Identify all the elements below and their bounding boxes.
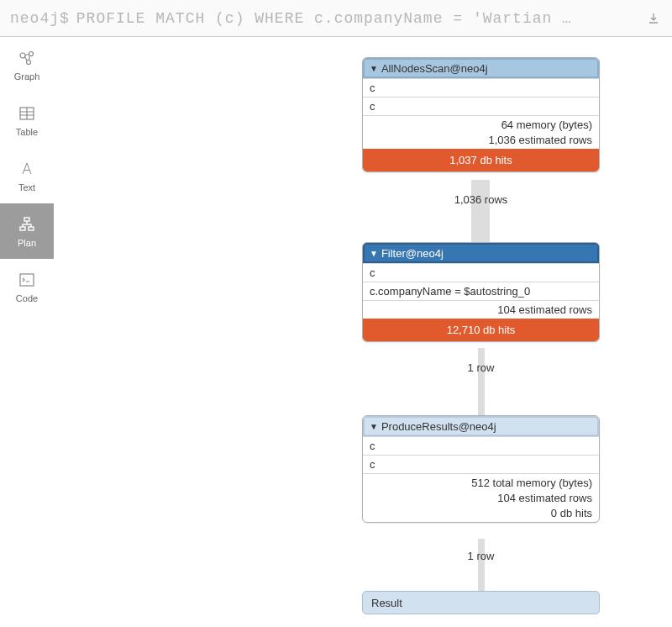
sidebar-item-label: Text — [18, 182, 35, 192]
sidebar-item-code[interactable]: Code — [0, 259, 54, 314]
code-icon — [17, 270, 37, 290]
plan-result[interactable]: Result — [362, 591, 600, 614]
plan-node-produceresults[interactable]: ▼ProduceResults@neo4j c c 512 total memo… — [362, 415, 600, 523]
download-icon[interactable] — [645, 10, 662, 27]
plan-canvas[interactable]: ▼AllNodesScan@neo4j c c 64 memory (bytes… — [54, 37, 672, 627]
node-stat: 0 db hits — [363, 503, 599, 522]
svg-rect-7 — [20, 274, 34, 286]
table-icon — [17, 103, 37, 124]
graph-icon — [17, 48, 37, 68]
text-icon — [17, 159, 37, 179]
node-row: c — [363, 455, 599, 473]
collapse-icon[interactable]: ▼ — [370, 64, 378, 73]
node-dbhits: 1,037 db hits — [363, 149, 599, 171]
node-row: c — [363, 78, 599, 97]
node-row: c — [363, 263, 599, 282]
svg-point-1 — [29, 52, 34, 56]
svg-rect-5 — [20, 227, 25, 230]
node-row: c.companyName = $autostring_0 — [363, 282, 599, 300]
node-stat: 1,036 estimated rows — [363, 130, 599, 149]
connector — [471, 180, 490, 242]
node-row: c — [363, 97, 599, 115]
svg-point-2 — [27, 61, 31, 65]
flow-label: 1 row — [362, 361, 600, 374]
sidebar-item-label: Plan — [18, 238, 36, 248]
sidebar-item-label: Graph — [14, 71, 40, 82]
collapse-icon[interactable]: ▼ — [370, 249, 378, 258]
sidebar: Graph Table Text Plan Code — [0, 37, 54, 627]
collapse-icon[interactable]: ▼ — [370, 422, 378, 431]
svg-rect-6 — [29, 227, 34, 230]
connector — [478, 348, 485, 415]
node-header: ▼AllNodesScan@neo4j — [363, 58, 599, 78]
svg-point-0 — [20, 53, 25, 58]
sidebar-item-plan[interactable]: Plan — [0, 203, 54, 259]
svg-rect-4 — [24, 218, 29, 221]
node-header: ▼Filter@neo4j — [363, 243, 599, 263]
plan-icon — [17, 214, 37, 234]
sidebar-item-label: Table — [16, 127, 38, 137]
plan-node-allnodesscan[interactable]: ▼AllNodesScan@neo4j c c 64 memory (bytes… — [362, 57, 600, 172]
plan-node-filter[interactable]: ▼Filter@neo4j c c.companyName = $autostr… — [362, 242, 600, 342]
flow-label: 1 row — [362, 550, 600, 562]
connector — [478, 539, 485, 591]
flow-label: 1,036 rows — [362, 193, 600, 206]
query-bar: neo4j$ PROFILE MATCH (c) WHERE c.company… — [0, 0, 672, 37]
query-text[interactable]: PROFILE MATCH (c) WHERE c.companyName = … — [76, 10, 637, 27]
node-dbhits: 12,710 db hits — [363, 319, 599, 341]
node-stat: 104 estimated rows — [363, 300, 599, 319]
sidebar-item-table[interactable]: Table — [0, 92, 54, 148]
sidebar-item-text[interactable]: Text — [0, 148, 54, 203]
sidebar-item-label: Code — [16, 293, 38, 303]
node-header: ▼ProduceResults@neo4j — [363, 416, 599, 436]
node-row: c — [363, 436, 599, 455]
prompt: neo4j$ — [10, 10, 70, 27]
sidebar-item-graph[interactable]: Graph — [0, 37, 54, 92]
